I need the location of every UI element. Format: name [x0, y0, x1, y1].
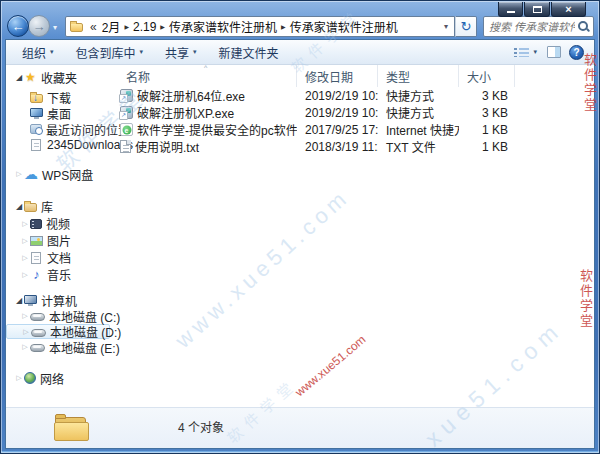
maximize-button[interactable]: [524, 2, 550, 17]
sidebar-item-favorites[interactable]: ◢ ★ 收藏夹: [6, 69, 114, 85]
tree-expanded-icon[interactable]: ◢: [14, 73, 24, 82]
sidebar-item-label: 音乐: [47, 266, 71, 283]
tree-collapsed-icon[interactable]: ▷: [21, 328, 31, 336]
sidebar-item-label: 计算机: [41, 292, 77, 309]
item-count: 4 个对象: [178, 418, 224, 435]
column-header-type[interactable]: 类型: [378, 65, 459, 87]
preview-pane-button[interactable]: [547, 46, 561, 58]
sidebar-item-music[interactable]: ▷ ♪ 音乐: [6, 266, 114, 283]
downloads-folder-icon: ↓: [30, 94, 43, 103]
exe-shortcut-icon: [120, 106, 133, 119]
sidebar-item-2345downloads[interactable]: 2345Downloads: [6, 137, 114, 153]
back-button[interactable]: ←: [7, 15, 29, 37]
change-view-button[interactable]: ▾: [512, 45, 539, 60]
sidebar-item-libraries[interactable]: ◢ 库: [6, 198, 114, 215]
file-row[interactable]: 使用说明.txt 2018/3/19 11:29 TXT 文件 1 KB: [114, 138, 594, 155]
disk-icon: [30, 313, 45, 321]
tree-collapsed-icon[interactable]: ▷: [14, 374, 24, 382]
tree-collapsed-icon[interactable]: ▷: [20, 312, 30, 320]
breadcrumb-item[interactable]: 传承家谱软件注册机: [287, 18, 401, 35]
button-label: 组织: [22, 44, 46, 61]
file-size: 3 KB: [459, 106, 515, 120]
sidebar-item-network[interactable]: ▷ 网络: [6, 370, 114, 386]
recent-pages-dropdown[interactable]: ▾: [53, 23, 57, 32]
tree-collapsed-icon[interactable]: ▷: [20, 237, 30, 245]
tree-expanded-icon[interactable]: ◢: [14, 296, 24, 305]
chevron-down-icon: ▾: [444, 22, 448, 31]
sidebar-item-label: 视频: [46, 215, 70, 232]
toolbar-right-icons: ▾ ?: [512, 45, 584, 60]
button-label: 新建文件夹: [219, 44, 279, 61]
sidebar-item-local-disk-d[interactable]: ▷ 本地磁盘 (D:): [6, 324, 110, 339]
sidebar-item-recent-places[interactable]: 最近访问的位置: [6, 121, 114, 137]
file-row[interactable]: 破解注册机64位.exe 2019/2/19 10:07 快捷方式 3 KB: [114, 87, 594, 104]
text-file-icon: [120, 140, 131, 153]
close-button[interactable]: ×: [551, 2, 586, 17]
sidebar-item-desktop[interactable]: 桌面: [6, 105, 114, 121]
sidebar-item-downloads[interactable]: ↓ 下载: [6, 89, 114, 105]
address-dropdown[interactable]: ▾: [442, 22, 450, 31]
column-header-size[interactable]: 大小: [459, 65, 515, 87]
help-button[interactable]: ?: [569, 45, 584, 60]
breadcrumb-item[interactable]: 2.19: [130, 20, 159, 34]
refresh-button[interactable]: ↻: [455, 16, 477, 37]
main-content: ◢ ★ 收藏夹 ↓ 下载 桌面 最近访问的位置: [6, 65, 594, 407]
file-row[interactable]: 软件学堂-提供最安全的pc软件_免费Mac... 2017/9/25 17:18…: [114, 121, 594, 138]
breadcrumb-overflow[interactable]: «: [86, 20, 99, 34]
breadcrumb-separator-icon: ▶: [159, 23, 166, 30]
search-box: [483, 16, 594, 37]
file-name: 破解注册机XP.exe: [137, 104, 234, 121]
close-icon: ×: [565, 4, 571, 15]
file-date: 2018/3/19 11:29: [297, 140, 378, 154]
column-header-date[interactable]: 修改日期: [297, 65, 378, 87]
back-icon: ←: [12, 19, 25, 34]
pictures-icon: [30, 236, 43, 246]
breadcrumb-item[interactable]: 传承家谱软件注册机: [166, 18, 280, 35]
sidebar-item-computer[interactable]: ◢ 计算机: [6, 292, 114, 308]
file-name: 软件学堂-提供最安全的pc软件_免费Mac...: [137, 121, 297, 138]
file-type: 快捷方式: [378, 104, 459, 121]
tree-collapsed-icon[interactable]: ▷: [14, 170, 24, 178]
new-folder-button[interactable]: 新建文件夹: [213, 41, 285, 64]
organize-button[interactable]: 组织 ▾: [16, 41, 60, 64]
documents-icon: [31, 252, 41, 264]
forward-button[interactable]: →: [28, 15, 50, 37]
breadcrumb-separator-icon: ▶: [280, 23, 287, 30]
window-controls: ×: [497, 2, 586, 17]
sidebar-item-local-disk-c[interactable]: ▷ 本地磁盘 (C:): [6, 308, 114, 324]
disk-icon: [30, 344, 45, 352]
tree-collapsed-icon[interactable]: ▷: [20, 220, 30, 228]
column-label: 名称: [126, 68, 150, 85]
download-arrow-icon: ↓: [33, 92, 38, 103]
sidebar-item-wps-netdisk[interactable]: ▷ ☁ WPS网盘: [6, 166, 114, 182]
sidebar-item-label: 文档: [47, 249, 71, 266]
sidebar-item-label: 本地磁盘 (E:): [49, 339, 120, 356]
minimize-button[interactable]: [498, 2, 523, 17]
chevron-down-icon: ▾: [193, 48, 197, 56]
breadcrumb-item[interactable]: 2月: [99, 18, 124, 35]
sidebar-item-label: 收藏夹: [41, 69, 77, 86]
tree-collapsed-icon[interactable]: ▷: [20, 254, 30, 262]
file-date: 2019/2/19 10:07: [297, 89, 378, 103]
address-bar[interactable]: « 2月 ▶ 2.19 ▶ 传承家谱软件注册机 ▶ 传承家谱软件注册机 ▾: [65, 16, 455, 37]
include-in-library-button[interactable]: 包含到库中 ▾: [70, 41, 150, 64]
desktop-icon: [30, 108, 43, 117]
tree-collapsed-icon[interactable]: ▷: [20, 343, 30, 351]
computer-icon: [24, 295, 37, 304]
breadcrumb-separator-icon: ▶: [123, 23, 130, 30]
details-pane: 4 个对象: [6, 407, 594, 448]
sidebar-item-local-disk-e[interactable]: ▷ 本地磁盘 (E:): [6, 339, 114, 355]
share-button[interactable]: 共享 ▾: [159, 41, 203, 64]
tree-collapsed-icon[interactable]: ▷: [20, 271, 30, 279]
sidebar-item-documents[interactable]: ▷ 文档: [6, 249, 114, 266]
sidebar-item-label: 网络: [40, 370, 64, 387]
help-icon: ?: [573, 47, 579, 58]
search-input[interactable]: [487, 20, 577, 34]
file-size: 1 KB: [459, 140, 515, 154]
sidebar-item-label: 本地磁盘 (C:): [49, 308, 120, 325]
sidebar-item-videos[interactable]: ▷ 视频: [6, 215, 114, 232]
sidebar-item-label: 本地磁盘 (D:): [50, 323, 121, 340]
sidebar-item-pictures[interactable]: ▷ 图片: [6, 232, 114, 249]
file-row[interactable]: 破解注册机XP.exe 2019/2/19 10:07 快捷方式 3 KB: [114, 104, 594, 121]
tree-expanded-icon[interactable]: ◢: [14, 202, 24, 211]
